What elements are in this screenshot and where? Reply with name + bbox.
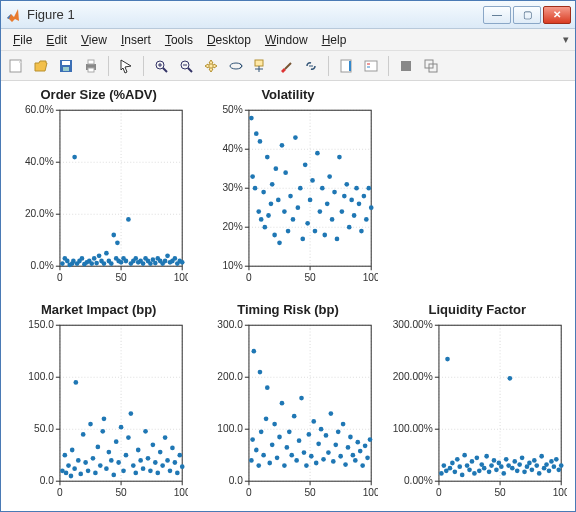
svg-point-393 xyxy=(537,471,542,476)
menu-expand-icon[interactable]: ▾ xyxy=(563,33,569,46)
svg-point-169 xyxy=(340,209,345,214)
brush-icon[interactable] xyxy=(275,55,297,77)
insert-colorbar-icon[interactable] xyxy=(335,55,357,77)
svg-point-218 xyxy=(91,456,96,461)
link-icon[interactable] xyxy=(300,55,322,77)
zoom-out-icon[interactable] xyxy=(175,55,197,77)
svg-point-219 xyxy=(93,470,98,475)
subplot-market-impact[interactable]: Market Impact (bp)0501000.050.0100.0150.… xyxy=(9,302,188,503)
rotate3d-icon[interactable] xyxy=(225,55,247,77)
svg-line-12 xyxy=(188,68,192,72)
menu-tools[interactable]: Tools xyxy=(159,31,199,49)
svg-point-394 xyxy=(539,454,544,459)
subplot-grid: Order Size (%ADV)0501000.0%20.0%40.0%60.… xyxy=(9,87,567,503)
menu-window[interactable]: Window xyxy=(259,31,314,49)
svg-point-130 xyxy=(254,131,259,136)
menubar: File Edit View Insert Tools Desktop Wind… xyxy=(1,29,575,51)
svg-rect-15 xyxy=(255,60,263,66)
svg-point-371 xyxy=(484,454,489,459)
svg-point-297 xyxy=(290,453,295,458)
svg-point-392 xyxy=(534,463,539,468)
svg-point-381 xyxy=(507,376,512,381)
svg-point-284 xyxy=(259,429,264,434)
menu-view[interactable]: View xyxy=(75,31,113,49)
maximize-button[interactable]: ▢ xyxy=(513,6,541,24)
svg-point-255 xyxy=(180,464,185,469)
svg-point-366 xyxy=(472,471,477,476)
titlebar[interactable]: Figure 1 — ▢ ✕ xyxy=(1,1,575,29)
subplot-order-size[interactable]: Order Size (%ADV)0501000.0%20.0%40.0%60.… xyxy=(9,87,188,288)
svg-rect-2 xyxy=(62,61,70,65)
plot-title: Liquidity Factor xyxy=(388,302,567,317)
subplot-liquidity-factor[interactable]: Liquidity Factor0501000.00%100.00%200.00… xyxy=(388,302,567,503)
data-cursor-icon[interactable] xyxy=(250,55,272,77)
svg-point-323 xyxy=(353,458,358,463)
svg-point-209 xyxy=(70,448,75,453)
print-icon[interactable] xyxy=(80,55,102,77)
svg-point-234 xyxy=(129,411,134,416)
menu-file[interactable]: File xyxy=(7,31,38,49)
svg-point-56 xyxy=(72,155,77,160)
svg-point-216 xyxy=(86,468,91,473)
close-button[interactable]: ✕ xyxy=(543,6,571,24)
toolbar xyxy=(1,51,575,81)
svg-point-221 xyxy=(98,463,103,468)
svg-point-175 xyxy=(355,186,360,191)
toolbar-separator xyxy=(388,56,389,76)
svg-point-307 xyxy=(314,461,319,466)
svg-point-162 xyxy=(323,233,328,238)
svg-text:50: 50 xyxy=(115,487,127,498)
svg-point-165 xyxy=(330,217,335,222)
subplot-volatility[interactable]: Volatility05010010%20%30%40%50% xyxy=(198,87,377,288)
menu-edit[interactable]: Edit xyxy=(40,31,73,49)
svg-point-295 xyxy=(285,445,290,450)
save-icon[interactable] xyxy=(55,55,77,77)
open-icon[interactable] xyxy=(30,55,52,77)
svg-text:100.0: 100.0 xyxy=(28,371,54,382)
figure-window: Figure 1 — ▢ ✕ File Edit View Insert Too… xyxy=(0,0,576,512)
svg-point-389 xyxy=(527,461,532,466)
svg-point-157 xyxy=(311,178,316,183)
svg-text:20.0%: 20.0% xyxy=(25,208,54,219)
svg-point-379 xyxy=(504,457,509,462)
svg-rect-6 xyxy=(88,68,94,72)
insert-legend-icon[interactable] xyxy=(360,55,382,77)
menu-help[interactable]: Help xyxy=(316,31,353,49)
svg-point-254 xyxy=(177,453,182,458)
new-figure-icon[interactable] xyxy=(5,55,27,77)
svg-point-161 xyxy=(320,186,325,191)
svg-text:0.0%: 0.0% xyxy=(31,260,54,271)
svg-point-156 xyxy=(308,198,313,203)
svg-point-361 xyxy=(459,473,464,478)
svg-text:40.0%: 40.0% xyxy=(25,156,54,167)
svg-point-294 xyxy=(282,463,287,468)
window-title: Figure 1 xyxy=(27,7,483,22)
svg-rect-21 xyxy=(349,61,351,71)
minimize-button[interactable]: — xyxy=(483,6,511,24)
pan-icon[interactable] xyxy=(200,55,222,77)
svg-point-205 xyxy=(62,453,67,458)
hide-plot-tools-icon[interactable] xyxy=(395,55,417,77)
edit-plot-icon[interactable] xyxy=(115,55,137,77)
menu-desktop[interactable]: Desktop xyxy=(201,31,257,49)
svg-text:100.00%: 100.00% xyxy=(392,423,432,434)
svg-point-253 xyxy=(175,470,180,475)
svg-point-375 xyxy=(494,467,499,472)
svg-text:50.0: 50.0 xyxy=(34,423,54,434)
menu-insert[interactable]: Insert xyxy=(115,31,157,49)
subplot-timing-risk[interactable]: Timing Risk (bp)0501000.0100.0200.0300.0 xyxy=(198,302,377,503)
svg-point-181 xyxy=(369,205,374,210)
zoom-in-icon[interactable] xyxy=(150,55,172,77)
svg-point-390 xyxy=(529,467,534,472)
svg-point-226 xyxy=(109,458,114,463)
toolbar-separator xyxy=(328,56,329,76)
svg-text:200.0: 200.0 xyxy=(218,371,244,382)
svg-point-85 xyxy=(141,261,146,266)
show-plot-tools-icon[interactable] xyxy=(420,55,442,77)
svg-point-101 xyxy=(180,260,185,265)
svg-text:50: 50 xyxy=(305,487,317,498)
svg-point-147 xyxy=(286,229,291,234)
svg-point-373 xyxy=(489,463,494,468)
svg-point-98 xyxy=(173,256,178,261)
svg-point-139 xyxy=(270,182,275,187)
